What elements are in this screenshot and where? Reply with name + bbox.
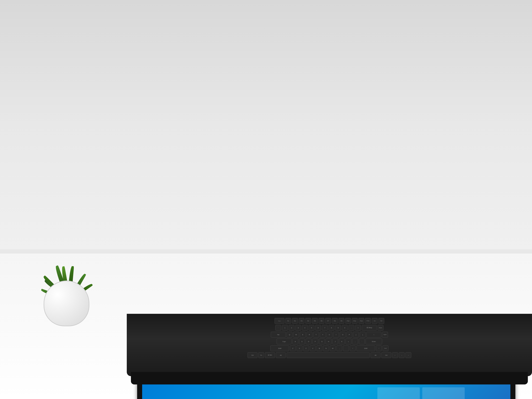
plant-container xyxy=(17,171,116,326)
key-7[interactable]: 7 xyxy=(322,325,328,331)
key-pgdn[interactable]: PgDn xyxy=(382,332,388,337)
key-s[interactable]: S xyxy=(299,339,305,344)
key-arrow-right[interactable]: → xyxy=(405,352,411,358)
key-f9[interactable]: F9 xyxy=(339,318,344,324)
key-alt-left[interactable]: Alt xyxy=(276,352,286,358)
key-slash[interactable]: / xyxy=(350,345,355,351)
key-space[interactable] xyxy=(287,352,370,358)
key-f3[interactable]: F3 xyxy=(299,318,304,324)
key-quote[interactable]: ' xyxy=(359,339,365,344)
key-f8[interactable]: F8 xyxy=(332,318,338,324)
key-shift-left[interactable]: Shift xyxy=(270,345,289,351)
key-win[interactable]: ⊞ Win xyxy=(265,352,275,358)
key-9[interactable]: 9 xyxy=(335,325,341,331)
key-p[interactable]: P xyxy=(346,332,352,337)
key-pgup[interactable]: PgUp xyxy=(378,325,383,331)
key-x[interactable]: X xyxy=(297,345,302,351)
key-comma[interactable]: , xyxy=(336,345,342,351)
key-v[interactable]: V xyxy=(310,345,316,351)
key-5[interactable]: 5 xyxy=(309,325,314,331)
key-o[interactable]: O xyxy=(340,332,346,337)
key-f10[interactable]: F10 xyxy=(345,318,351,324)
laptop-base xyxy=(131,372,528,385)
key-backslash[interactable]: \ xyxy=(366,332,381,337)
key-c[interactable]: C xyxy=(303,345,309,351)
key-b[interactable]: B xyxy=(317,345,322,351)
key-arrow-down[interactable]: ↓ xyxy=(399,352,405,358)
keyboard: Esc F1 F2 F3 F4 F5 F6 F7 F8 F9 F10 F11 F… xyxy=(139,318,519,359)
key-0[interactable]: 0 xyxy=(342,325,348,331)
key-r[interactable]: R xyxy=(306,332,312,337)
key-k[interactable]: K xyxy=(339,339,345,344)
key-minus[interactable]: - xyxy=(348,325,354,331)
key-m[interactable]: M xyxy=(330,345,336,351)
key-period[interactable]: . xyxy=(343,345,349,351)
key-y[interactable]: Y xyxy=(320,332,326,337)
keyboard-row-qwerty: Tab Q W E R T Y U I O P [ ] \ PgDn xyxy=(139,332,519,337)
key-j[interactable]: J xyxy=(332,339,338,344)
key-enter[interactable]: Enter xyxy=(366,339,382,344)
key-6[interactable]: 6 xyxy=(315,325,321,331)
keyboard-row-function: Esc F1 F2 F3 F4 F5 F6 F7 F8 F9 F10 F11 F… xyxy=(139,318,519,324)
key-f4[interactable]: F4 xyxy=(305,318,311,324)
key-f7[interactable]: F7 xyxy=(325,318,331,324)
key-8[interactable]: 8 xyxy=(329,325,334,331)
key-f2[interactable]: F2 xyxy=(292,318,298,324)
key-backspace[interactable]: ⌫ Bksp xyxy=(362,325,377,331)
key-1[interactable]: 1 xyxy=(282,325,288,331)
key-u[interactable]: U xyxy=(326,332,332,337)
key-a[interactable]: A xyxy=(292,339,298,344)
key-f6[interactable]: F6 xyxy=(319,318,324,324)
key-ctrl-left[interactable]: Ctrl xyxy=(247,352,258,358)
key-arrow-up[interactable]: ↑ xyxy=(376,345,382,351)
key-equals[interactable]: = xyxy=(355,325,361,331)
key-fn[interactable]: Fn xyxy=(258,352,264,358)
key-d[interactable]: D xyxy=(306,339,311,344)
key-esc[interactable]: Esc xyxy=(274,318,285,324)
key-f[interactable]: F xyxy=(312,339,318,344)
key-2[interactable]: 2 xyxy=(289,325,294,331)
key-shift-right[interactable]: Shift xyxy=(356,345,375,351)
key-f1[interactable]: F1 xyxy=(285,318,291,324)
key-w[interactable]: W xyxy=(293,332,299,337)
key-4[interactable]: 4 xyxy=(302,325,308,331)
key-h[interactable]: H xyxy=(326,339,331,344)
windows-logo-watermark xyxy=(377,387,465,399)
key-tab[interactable]: Tab xyxy=(271,332,286,337)
key-l[interactable]: L xyxy=(346,339,351,344)
key-f11[interactable]: F11 xyxy=(352,318,358,324)
keyboard-row-zxcv: Shift Z X C V B N M , . / Shift ↑ End xyxy=(139,345,519,351)
key-t[interactable]: T xyxy=(313,332,319,337)
key-semicolon[interactable]: ; xyxy=(352,339,358,344)
key-i[interactable]: I xyxy=(333,332,339,337)
key-arrow-left[interactable]: ← xyxy=(392,352,398,358)
key-g[interactable]: G xyxy=(319,339,325,344)
keyboard-row-asdf: Caps A S D F G H J K L ; ' Enter xyxy=(139,339,519,344)
key-f12[interactable]: F12 xyxy=(359,318,364,324)
key-ctrl-right[interactable]: Ctrl xyxy=(381,352,391,358)
key-del[interactable]: Del xyxy=(378,318,384,324)
keyboard-row-numbers: ` 1 2 3 4 5 6 7 8 9 0 - = ⌫ Bksp PgUp xyxy=(139,325,519,331)
key-z[interactable]: Z xyxy=(290,345,296,351)
key-e[interactable]: E xyxy=(300,332,306,337)
key-rbracket[interactable]: ] xyxy=(360,332,366,337)
key-ins[interactable]: Ins xyxy=(372,318,378,324)
plant-pot xyxy=(44,280,89,326)
keyboard-row-bottom: Ctrl Fn ⊞ Win Alt Alt Ctrl ← ↓ → xyxy=(139,352,519,358)
key-prtsc[interactable]: PrtSc xyxy=(365,318,371,324)
key-f5[interactable]: F5 xyxy=(312,318,318,324)
key-end[interactable]: End xyxy=(383,345,388,351)
key-caps[interactable]: Caps xyxy=(277,339,291,344)
key-backtick[interactable]: ` xyxy=(275,325,281,331)
key-alt-right[interactable]: Alt xyxy=(371,352,380,358)
key-n[interactable]: N xyxy=(323,345,329,351)
key-3[interactable]: 3 xyxy=(295,325,301,331)
key-q[interactable]: Q xyxy=(287,332,292,337)
laptop-keyboard-area: Esc F1 F2 F3 F4 F5 F6 F7 F8 F9 F10 F11 F… xyxy=(127,314,532,376)
key-lbracket[interactable]: [ xyxy=(353,332,359,337)
